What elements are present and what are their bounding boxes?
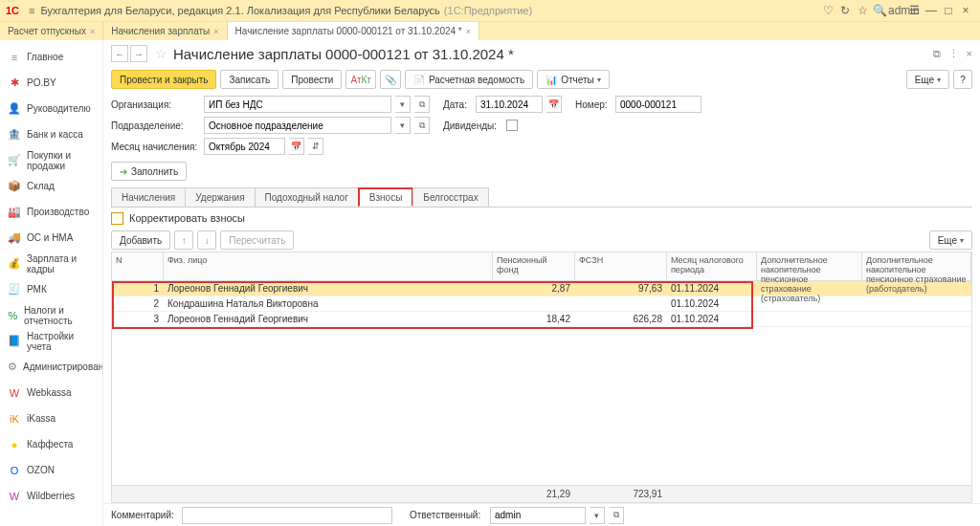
sidebar-label: Webkassa	[27, 387, 72, 398]
row-up-button[interactable]: ↑	[174, 230, 193, 250]
user-label[interactable]: admin	[888, 4, 905, 17]
sidebar-label: Каффеста	[27, 439, 73, 449]
dept-select-icon[interactable]: ▾	[395, 117, 411, 134]
logo-1c: 1C	[6, 5, 19, 16]
num-input[interactable]	[615, 96, 702, 113]
dept-input[interactable]	[204, 117, 391, 134]
sidebar-item[interactable]: %Налоги и отчетность	[0, 302, 102, 328]
month-pick-icon[interactable]: 📅	[289, 138, 304, 155]
grid-row[interactable]: 1Лореонов Геннадий Георгиевич2,8797,6301…	[112, 281, 971, 296]
subtab[interactable]: Удержания	[185, 187, 255, 207]
search-icon[interactable]: 🔍	[871, 4, 888, 17]
sidebar-item[interactable]: ≡Главное	[0, 44, 102, 70]
dtkt-button[interactable]: АтКт	[345, 70, 375, 89]
subtab[interactable]: Начисления	[111, 187, 186, 207]
contributions-grid[interactable]: N Физ. лицо Пенсионный фонд ФСЗН Месяц н…	[111, 252, 972, 503]
sidebar-label: ОС и НМА	[27, 232, 73, 243]
grid-more-button[interactable]: Еще▾	[929, 230, 972, 250]
sidebar-item[interactable]: 🧾РМК	[0, 276, 102, 302]
caps-icon[interactable]: ☰	[905, 4, 923, 17]
sidebar-label: Администрирование	[23, 362, 103, 372]
options-icon[interactable]: ⋮	[948, 48, 959, 60]
main-area: ← → ☆ Начисление зарплаты 0000-000121 от…	[103, 40, 980, 526]
reports-button[interactable]: 📊Отчеты▾	[537, 70, 610, 89]
sidebar-item[interactable]: 📘Настройки учета	[0, 328, 102, 354]
bell-icon[interactable]: ♡	[819, 4, 836, 17]
sidebar-item[interactable]: WWebkassa	[0, 380, 102, 405]
main-menu-icon[interactable]: ≡	[29, 5, 34, 16]
maximize-icon[interactable]: □	[940, 4, 957, 17]
sidebar-label: Wildberries	[27, 491, 75, 501]
fill-button[interactable]: ➔Заполнить	[111, 162, 187, 181]
col-pf: Пенсионный фонд	[493, 252, 575, 280]
minimize-icon[interactable]: —	[923, 4, 940, 17]
sidebar-item[interactable]: ⚙Администрирование	[0, 354, 102, 380]
sidebar-item[interactable]: iKiKassa	[0, 405, 102, 431]
sidebar-icon: 🚚	[8, 231, 21, 245]
sidebar-label: Настройки учета	[27, 331, 95, 352]
nav-back-button[interactable]: ←	[111, 45, 128, 62]
window-tab[interactable]: Начисления зарплаты×	[103, 22, 227, 41]
responsible-input[interactable]	[490, 507, 586, 524]
sidebar-item[interactable]: 💰Зарплата и кадры	[0, 251, 102, 276]
post-close-button[interactable]: Провести и закрыть	[111, 70, 216, 89]
sidebar-item[interactable]: 🚚ОС и НМА	[0, 225, 102, 251]
sidebar-label: РМК	[27, 284, 47, 295]
sidebar-item[interactable]: ✱PO.BY	[0, 70, 102, 96]
history-icon[interactable]: ↻	[836, 4, 854, 17]
sidebar-icon: 💰	[8, 257, 21, 271]
date-pick-icon[interactable]: 📅	[546, 96, 562, 113]
attach-button[interactable]: 📎	[380, 70, 401, 89]
help-button[interactable]: ?	[953, 70, 972, 89]
date-input[interactable]	[476, 96, 543, 113]
sidebar-item[interactable]: OOZON	[0, 457, 102, 483]
write-button[interactable]: Записать	[220, 70, 278, 89]
sidebar-icon: O	[8, 464, 21, 477]
recalc-button[interactable]: Пересчитать	[220, 230, 294, 250]
comment-input[interactable]	[182, 507, 392, 524]
sidebar-item[interactable]: 📦Склад	[0, 173, 102, 199]
titlebar: 1C ≡ Бухгалтерия для Беларуси, редакция …	[0, 0, 980, 21]
sidebar-item[interactable]: WWildberries	[0, 483, 102, 509]
dept-open-icon[interactable]: ⧉	[414, 117, 430, 134]
tab-close-icon[interactable]: ×	[213, 27, 218, 36]
post-button[interactable]: Провести	[282, 70, 342, 89]
tab-close-icon[interactable]: ×	[466, 27, 471, 36]
org-open-icon[interactable]: ⧉	[414, 96, 430, 113]
grid-row[interactable]: 2Кондрашина Наталья Викторовна01.10.2024	[112, 296, 971, 312]
more-button[interactable]: Еще▾	[906, 70, 949, 89]
add-row-button[interactable]: Добавить	[111, 230, 170, 250]
row-down-button[interactable]: ↓	[197, 230, 216, 250]
sidebar-item[interactable]: 👤Руководителю	[0, 96, 102, 121]
favorite-star-icon[interactable]: ☆	[155, 46, 167, 61]
subtab[interactable]: Подоходный налог	[255, 187, 359, 207]
sidebar-icon: 🛒	[8, 154, 21, 167]
sidebar-icon: ⚙	[8, 361, 17, 374]
close-doc-icon[interactable]: ×	[967, 48, 972, 60]
grid-row[interactable]: 3Лореонов Геннадий Георгиевич18,42626,28…	[112, 312, 971, 327]
tab-close-icon[interactable]: ×	[90, 27, 95, 36]
month-input[interactable]	[204, 138, 285, 155]
dividends-checkbox[interactable]	[506, 120, 518, 131]
vedomost-button[interactable]: 📄Расчетная ведомость	[405, 70, 533, 89]
subtab[interactable]: Взносы	[358, 187, 414, 207]
resp-select-icon[interactable]: ▾	[590, 507, 605, 524]
link-icon[interactable]: ⧉	[933, 48, 941, 60]
nav-fwd-button[interactable]: →	[130, 45, 147, 62]
app-subtitle: (1С:Предприятие)	[444, 5, 532, 16]
star-icon[interactable]: ☆	[854, 4, 871, 17]
org-input[interactable]	[204, 96, 391, 113]
close-icon[interactable]: ×	[957, 4, 974, 17]
subtab[interactable]: Белгосстрах	[412, 187, 488, 207]
window-tab[interactable]: Начисление зарплаты 0000-000121 от 31.10…	[228, 22, 479, 41]
correct-checkbox[interactable]	[111, 212, 123, 225]
resp-open-icon[interactable]: ⧉	[609, 507, 624, 524]
org-select-icon[interactable]: ▾	[395, 96, 411, 113]
month-step-icon[interactable]: ⇵	[308, 138, 323, 155]
sidebar-item[interactable]: ●Каффеста	[0, 431, 102, 457]
sidebar-item[interactable]: 🏭Производство	[0, 199, 102, 225]
sidebar-item[interactable]: 🏦Банк и касса	[0, 121, 102, 147]
window-tab[interactable]: Расчет отпускных×	[0, 22, 103, 41]
sidebar-item[interactable]: 🛒Покупки и продажи	[0, 147, 102, 173]
sidebar-icon: W	[8, 386, 21, 400]
